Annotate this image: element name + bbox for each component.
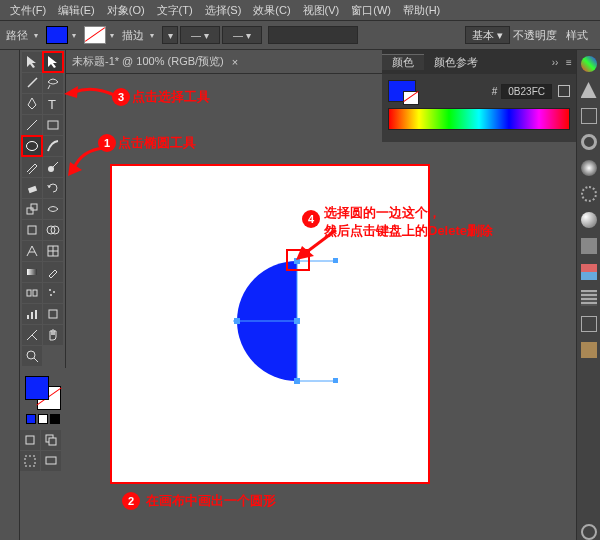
svg-rect-30 <box>25 456 35 466</box>
dock-swatches-icon[interactable] <box>581 56 597 72</box>
close-tab-icon[interactable]: × <box>232 56 238 68</box>
caret-icon[interactable]: ▾ <box>72 31 76 40</box>
menu-type[interactable]: 文字(T) <box>151 0 199 20</box>
none-color-icon[interactable] <box>558 85 570 97</box>
blob-brush-tool[interactable] <box>43 157 63 177</box>
free-transform-tool[interactable] <box>22 220 42 240</box>
color-spectrum[interactable] <box>388 108 570 130</box>
symbol-sprayer-tool[interactable] <box>43 283 63 303</box>
svg-rect-8 <box>31 204 37 210</box>
stroke-weight-dropdown[interactable]: ▾ <box>162 26 178 44</box>
selection-tool[interactable] <box>22 52 42 72</box>
fill-swatch[interactable] <box>25 376 49 400</box>
hex-field[interactable]: 0B23FC <box>501 84 552 99</box>
hand-tool[interactable] <box>43 325 63 345</box>
brush-dropdown[interactable]: — ▾ <box>222 26 262 44</box>
menu-select[interactable]: 选择(S) <box>199 0 248 20</box>
perspective-grid-tool[interactable] <box>22 241 42 261</box>
half-circle-shape[interactable] <box>232 256 362 386</box>
drawing-mode-normal[interactable] <box>20 430 40 450</box>
magic-wand-tool[interactable] <box>22 73 42 93</box>
menu-view[interactable]: 视图(V) <box>297 0 346 20</box>
blend-tool[interactable] <box>22 283 42 303</box>
dock-settings-icon[interactable] <box>581 524 597 540</box>
document-tab[interactable]: 未标题-1* @ 100% (RGB/预览) × <box>66 50 382 74</box>
panel-menu-icon[interactable]: ≡ <box>562 57 576 68</box>
dock-appearance-icon[interactable] <box>581 212 597 228</box>
drawing-mode-inside[interactable] <box>20 451 40 471</box>
dock-pathfinder-icon[interactable] <box>581 342 597 358</box>
dock-layers-icon[interactable] <box>581 264 597 280</box>
stroke-swatch[interactable] <box>84 26 106 44</box>
eraser-tool[interactable] <box>22 178 42 198</box>
svg-point-19 <box>53 291 55 293</box>
mesh-tool[interactable] <box>43 241 63 261</box>
menu-window[interactable]: 窗口(W) <box>345 0 397 20</box>
direct-selection-tool[interactable] <box>43 52 63 72</box>
gradient-tool[interactable] <box>22 262 42 282</box>
stroke-label: 描边 <box>122 28 144 43</box>
svg-rect-21 <box>27 315 29 319</box>
screen-mode[interactable] <box>41 451 61 471</box>
document-title: 未标题-1* @ 100% (RGB/预览) <box>72 54 224 69</box>
svg-marker-6 <box>47 185 51 188</box>
tutorial-text-1: 点击椭圆工具 <box>118 134 196 152</box>
none-mode[interactable] <box>50 414 60 424</box>
tutorial-badge-2: 2 <box>122 492 140 510</box>
panel-collapse-icon[interactable]: ›› <box>548 57 562 68</box>
svg-line-1 <box>27 120 37 130</box>
ellipse-tool[interactable] <box>22 136 42 156</box>
zoom-tool[interactable] <box>22 346 42 366</box>
shape-builder-tool[interactable] <box>43 220 63 240</box>
dock-transform-icon[interactable] <box>581 316 597 332</box>
dock-gradient-icon[interactable] <box>581 160 597 176</box>
dock-graphic-styles-icon[interactable] <box>581 238 597 254</box>
dock-stroke-icon[interactable] <box>581 134 597 150</box>
line-segment-tool[interactable] <box>22 115 42 135</box>
menu-help[interactable]: 帮助(H) <box>397 0 446 20</box>
svg-rect-7 <box>27 208 33 214</box>
svg-rect-16 <box>27 290 31 296</box>
style-basic-dropdown[interactable]: 基本 ▾ <box>465 26 510 44</box>
dock-transparency-icon[interactable] <box>581 186 597 202</box>
pencil-tool[interactable] <box>22 157 42 177</box>
canvas-stage[interactable]: 3 点击选择工具 1 点击椭圆工具 <box>66 74 382 540</box>
fill-swatch[interactable] <box>46 26 68 44</box>
rectangle-tool[interactable] <box>43 115 63 135</box>
svg-point-20 <box>50 294 52 296</box>
scale-tool[interactable] <box>22 199 42 219</box>
paintbrush-tool[interactable] <box>43 136 63 156</box>
caret-icon[interactable]: ▾ <box>110 31 114 40</box>
type-tool[interactable]: T <box>43 94 63 114</box>
caret-icon[interactable]: ▾ <box>34 31 38 40</box>
drawing-mode-behind[interactable] <box>41 430 61 450</box>
dock-symbols-icon[interactable] <box>581 108 597 124</box>
pen-tool[interactable] <box>22 94 42 114</box>
svg-marker-32 <box>64 86 78 98</box>
panel-tab-color-guide[interactable]: 颜色参考 <box>424 55 488 70</box>
panel-tab-color[interactable]: 颜色 <box>382 54 424 70</box>
slice-tool[interactable] <box>22 325 42 345</box>
fill-stroke-pair[interactable] <box>25 376 61 410</box>
menu-object[interactable]: 对象(O) <box>101 0 151 20</box>
rotate-tool[interactable] <box>43 178 63 198</box>
eyedropper-tool[interactable] <box>43 262 63 282</box>
profile-dropdown[interactable] <box>268 26 358 44</box>
svg-rect-40 <box>234 318 240 324</box>
column-graph-tool[interactable] <box>22 304 42 324</box>
color-mode[interactable] <box>26 414 36 424</box>
artboard-tool[interactable] <box>43 304 63 324</box>
caret-icon[interactable]: ▾ <box>150 31 154 40</box>
width-tool[interactable] <box>43 199 63 219</box>
svg-point-25 <box>27 351 35 359</box>
dock-align-icon[interactable] <box>581 290 597 306</box>
lasso-tool[interactable] <box>43 73 63 93</box>
stroke-var-dropdown[interactable]: — ▾ <box>180 26 220 44</box>
menu-edit[interactable]: 编辑(E) <box>52 0 101 20</box>
panel-fill-stroke[interactable] <box>388 80 416 102</box>
toolbox: T <box>20 50 66 540</box>
menu-file[interactable]: 文件(F) <box>4 0 52 20</box>
dock-brushes-icon[interactable] <box>581 82 597 98</box>
menu-effect[interactable]: 效果(C) <box>247 0 296 20</box>
gradient-mode[interactable] <box>38 414 48 424</box>
